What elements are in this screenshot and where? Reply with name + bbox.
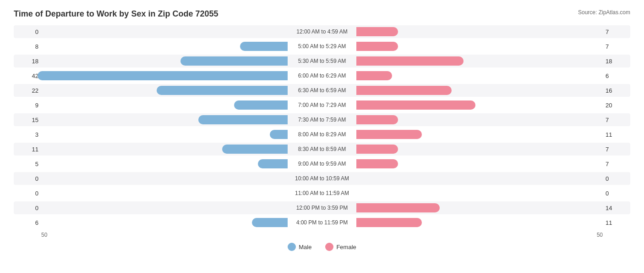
female-bar bbox=[356, 100, 475, 110]
chart-row: 11 8:30 AM to 8:59 AM 7 bbox=[14, 143, 630, 156]
female-value: 7 bbox=[603, 117, 630, 123]
time-label: 6:30 AM to 6:59 AM bbox=[298, 87, 346, 94]
legend-female-label: Female bbox=[336, 244, 356, 251]
female-bar bbox=[356, 115, 398, 124]
male-value: 9 bbox=[14, 102, 41, 109]
male-bar bbox=[240, 42, 288, 51]
male-swatch bbox=[288, 243, 296, 251]
female-bar-wrap bbox=[356, 71, 392, 80]
male-value: 5 bbox=[14, 161, 41, 167]
bars-container: 12:00 PM to 3:59 PM bbox=[41, 201, 603, 214]
male-bar-wrap bbox=[270, 130, 288, 139]
chart-row: 0 12:00 AM to 4:59 AM 7 bbox=[14, 25, 630, 38]
male-bar-wrap bbox=[222, 145, 288, 154]
female-bar bbox=[356, 86, 452, 95]
time-label: 12:00 PM to 3:59 PM bbox=[296, 205, 348, 211]
bars-container: 11:00 AM to 11:59 AM bbox=[41, 187, 603, 200]
female-bar bbox=[356, 56, 464, 66]
female-bar-wrap bbox=[356, 218, 422, 227]
female-bar-wrap bbox=[356, 27, 398, 36]
chart-row: 8 5:00 AM to 5:29 AM 7 bbox=[14, 40, 630, 53]
female-bar-wrap bbox=[356, 56, 464, 66]
legend-male-label: Male bbox=[299, 244, 311, 251]
male-bar-wrap bbox=[157, 86, 288, 95]
source-label: Source: ZipAtlas.com bbox=[578, 9, 630, 16]
female-value: 16 bbox=[603, 87, 630, 94]
chart-row: 6 4:00 PM to 11:59 PM 11 bbox=[14, 216, 630, 229]
chart-row: 9 7:00 AM to 7:29 AM 20 bbox=[14, 99, 630, 111]
male-bar-wrap bbox=[240, 42, 288, 51]
female-value: 0 bbox=[603, 190, 630, 197]
bars-container: 9:00 AM to 9:59 AM bbox=[41, 157, 603, 170]
male-bar bbox=[222, 145, 288, 154]
female-bar bbox=[356, 218, 422, 227]
chart-title: Time of Departure to Work by Sex in Zip … bbox=[14, 9, 218, 19]
female-bar-wrap bbox=[356, 130, 422, 139]
female-bar bbox=[356, 203, 440, 212]
bars-container: 8:30 AM to 8:59 AM bbox=[41, 143, 603, 156]
male-value: 0 bbox=[14, 205, 41, 212]
time-label: 8:00 AM to 8:29 AM bbox=[298, 131, 346, 138]
female-value: 7 bbox=[603, 161, 630, 167]
female-swatch bbox=[325, 243, 333, 251]
time-label: 9:00 AM to 9:59 AM bbox=[298, 161, 346, 167]
female-bar bbox=[356, 27, 398, 36]
female-bar bbox=[356, 42, 398, 51]
female-bar bbox=[356, 71, 392, 80]
female-value: 6 bbox=[603, 72, 630, 79]
male-bar-wrap bbox=[198, 115, 288, 124]
time-label: 6:00 AM to 6:29 AM bbox=[298, 72, 346, 79]
male-value: 3 bbox=[14, 131, 41, 138]
male-value: 0 bbox=[14, 190, 41, 197]
bars-container: 8:00 AM to 8:29 AM bbox=[41, 128, 603, 141]
chart-row: 15 7:30 AM to 7:59 AM 7 bbox=[14, 113, 630, 126]
female-value: 7 bbox=[603, 43, 630, 50]
female-bar-wrap bbox=[356, 42, 398, 51]
male-value: 11 bbox=[14, 146, 41, 153]
male-bar-wrap bbox=[252, 218, 288, 227]
time-label: 4:00 PM to 11:59 PM bbox=[296, 219, 348, 226]
time-label: 10:00 AM to 10:59 AM bbox=[295, 175, 349, 182]
male-bar bbox=[234, 100, 288, 110]
female-value: 11 bbox=[603, 219, 630, 226]
bars-container: 5:30 AM to 5:59 AM bbox=[41, 55, 603, 67]
time-label: 5:00 AM to 5:29 AM bbox=[298, 43, 346, 50]
male-bar-wrap bbox=[180, 56, 288, 66]
male-bar-wrap bbox=[258, 159, 288, 168]
chart-row: 0 10:00 AM to 10:59 AM 0 bbox=[14, 172, 630, 185]
female-bar-wrap bbox=[356, 86, 452, 95]
legend-female: Female bbox=[325, 243, 356, 251]
female-value: 7 bbox=[603, 28, 630, 35]
bars-container: 7:30 AM to 7:59 AM bbox=[41, 113, 603, 126]
legend-male: Male bbox=[288, 243, 311, 251]
bars-container: 6:00 AM to 6:29 AM bbox=[41, 69, 603, 82]
female-bar-wrap bbox=[356, 159, 398, 168]
male-bar-wrap bbox=[234, 100, 288, 110]
time-label: 5:30 AM to 5:59 AM bbox=[298, 58, 346, 64]
male-bar bbox=[38, 71, 288, 80]
male-bar bbox=[198, 115, 288, 124]
bars-container: 12:00 AM to 4:59 AM bbox=[41, 25, 603, 38]
male-value: 8 bbox=[14, 43, 41, 50]
male-value: 6 bbox=[14, 219, 41, 226]
axis-labels: 50 50 bbox=[14, 232, 630, 238]
chart-row: 5 9:00 AM to 9:59 AM 7 bbox=[14, 157, 630, 170]
male-value: 42 bbox=[14, 72, 41, 79]
male-value: 0 bbox=[14, 28, 41, 35]
female-bar-wrap bbox=[356, 115, 398, 124]
female-value: 7 bbox=[603, 146, 630, 153]
legend: Male Female bbox=[14, 243, 630, 251]
chart-area: 0 12:00 AM to 4:59 AM 7 8 5:00 AM to 5:2… bbox=[14, 25, 630, 238]
bars-container: 5:00 AM to 5:29 AM bbox=[41, 40, 603, 53]
male-value: 15 bbox=[14, 117, 41, 123]
chart-row: 0 12:00 PM to 3:59 PM 14 bbox=[14, 201, 630, 214]
time-label: 7:30 AM to 7:59 AM bbox=[298, 117, 346, 123]
male-bar bbox=[252, 218, 288, 227]
chart-row: 18 5:30 AM to 5:59 AM 18 bbox=[14, 55, 630, 67]
female-bar-wrap bbox=[356, 100, 475, 110]
female-value: 11 bbox=[603, 131, 630, 138]
male-bar bbox=[258, 159, 288, 168]
male-bar-wrap bbox=[38, 71, 288, 80]
male-value: 18 bbox=[14, 58, 41, 65]
chart-row: 0 11:00 AM to 11:59 AM 0 bbox=[14, 187, 630, 200]
